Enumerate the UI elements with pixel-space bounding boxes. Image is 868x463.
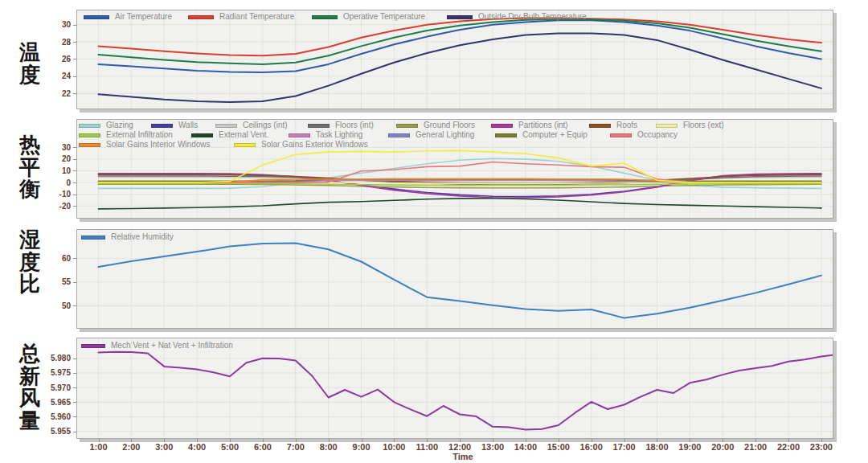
x-tick-label: 15:00 (547, 442, 570, 452)
legend-item: Task Lighting (289, 131, 362, 139)
legend-swatch-icon (388, 133, 410, 137)
legend-label: Outside Dry-Bulb Temperature (478, 13, 587, 21)
x-tick-label: 5:00 (221, 442, 239, 452)
y-tick-label: 0 (27, 178, 71, 187)
legend-label: Task Lighting (316, 131, 362, 139)
y-tick-mark (73, 416, 76, 417)
x-tick-mark (394, 439, 395, 442)
x-tick-mark (329, 439, 330, 442)
x-tick-mark (197, 439, 198, 442)
x-tick-mark (526, 439, 526, 442)
x-tick-mark (788, 439, 789, 442)
y-tick-mark (73, 42, 76, 43)
legend-label: Mech Vent + Nat Vent + Infiltration (111, 342, 233, 350)
legend-item: Ground Floors (396, 121, 475, 129)
legend-label: Floors (int) (335, 121, 374, 129)
x-tick-mark (164, 439, 165, 442)
x-tick-label: 22:00 (777, 442, 800, 452)
legend-label: Ground Floors (424, 121, 475, 129)
legend-label: Relative Humidity (111, 233, 174, 241)
x-tick-mark (624, 439, 625, 442)
legend-swatch-icon (495, 133, 517, 137)
legend-item: General Lighting (388, 131, 474, 139)
legend-item: Floors (ext) (656, 121, 724, 129)
humidity-chart-panel: Relative Humidity (76, 229, 833, 329)
y-tick-label: 28 (27, 38, 71, 47)
x-tick-label: 10:00 (383, 442, 405, 452)
x-tick-label: 14:00 (514, 442, 537, 452)
legend-swatch-icon (81, 236, 105, 240)
x-tick-mark (592, 439, 592, 442)
legend-item: Walls (151, 121, 198, 129)
x-tick-mark (296, 439, 297, 442)
y-tick-label: 22 (27, 89, 71, 98)
y-tick-label: -10 (27, 190, 71, 199)
simulation-results-page: 温度 热平衡 湿度比 总新风量 Air TemperatureRadiant T… (0, 0, 868, 463)
y-tick-mark (73, 206, 76, 207)
y-tick-mark (73, 93, 76, 94)
x-tick-label: 19:00 (678, 442, 701, 452)
legend-swatch-icon (308, 124, 330, 128)
x-tick-mark (230, 439, 231, 442)
y-tick-mark (73, 25, 76, 26)
y-tick-mark (73, 373, 76, 374)
legend-item: Mech Vent + Nat Vent + Infiltration (81, 342, 233, 350)
x-tick-mark (362, 439, 362, 442)
legend-label: Solar Gains Interior Windows (106, 141, 211, 149)
x-tick-label: 13:00 (481, 442, 504, 452)
fresh-air-plot (77, 338, 833, 438)
y-tick-label: 30 (27, 143, 71, 152)
x-tick-label: 12:00 (448, 442, 471, 452)
x-tick-mark (821, 439, 822, 442)
legend-label: Roofs (616, 121, 637, 129)
y-tick-label: 55 (27, 277, 71, 286)
legend-item: Operative Temperature (312, 13, 425, 21)
legend-swatch-icon (151, 124, 173, 128)
y-tick-mark (73, 159, 76, 160)
legend-label: External Infiltration (106, 131, 173, 139)
legend-label: Walls (178, 121, 198, 129)
x-axis-title: Time (452, 452, 473, 461)
y-tick-label: 10 (27, 166, 71, 175)
legend-swatch-icon (610, 133, 632, 137)
legend-item: External Vent. (191, 131, 268, 139)
legend-item: Floors (int) (308, 121, 374, 129)
y-tick-mark (73, 402, 76, 403)
legend-swatch-icon (215, 124, 237, 128)
legend-label: External Vent. (219, 131, 268, 139)
temperature-plot (77, 10, 833, 109)
x-tick-mark (723, 439, 723, 442)
y-tick-mark (73, 305, 76, 306)
x-tick-mark (131, 439, 132, 442)
y-tick-label: 30 (27, 20, 71, 29)
y-tick-label: 5.965 (27, 398, 71, 407)
y-tick-mark (73, 387, 76, 388)
legend-swatch-icon (234, 143, 256, 147)
legend-item: Radiant Temperature (188, 13, 294, 21)
x-tick-label: 2:00 (122, 442, 140, 452)
legend-label: Floors (ext) (683, 121, 724, 129)
x-tick-label: 1:00 (89, 442, 107, 452)
x-tick-mark (263, 439, 264, 442)
x-tick-mark (99, 439, 100, 442)
y-tick-label: 5.975 (27, 368, 71, 377)
legend-swatch-icon (312, 15, 338, 19)
legend-swatch-icon (491, 124, 513, 128)
legend-item: Relative Humidity (81, 233, 174, 241)
x-tick-label: 11:00 (416, 442, 439, 452)
y-tick-label: 5.960 (27, 412, 71, 421)
y-tick-label: -20 (27, 202, 71, 211)
y-tick-mark (73, 432, 76, 432)
x-tick-mark (460, 439, 461, 442)
x-tick-label: 21:00 (744, 442, 767, 452)
y-tick-mark (73, 170, 76, 171)
legend-swatch-icon (79, 143, 100, 147)
x-tick-label: 20:00 (711, 442, 734, 452)
legend-item: Occupancy (610, 131, 678, 139)
x-tick-mark (690, 439, 690, 442)
y-tick-mark (73, 59, 76, 59)
x-tick-label: 16:00 (580, 442, 603, 452)
y-tick-mark (73, 258, 76, 259)
y-tick-mark (73, 359, 76, 359)
legend-item: Solar Gains Exterior Windows (234, 141, 368, 149)
